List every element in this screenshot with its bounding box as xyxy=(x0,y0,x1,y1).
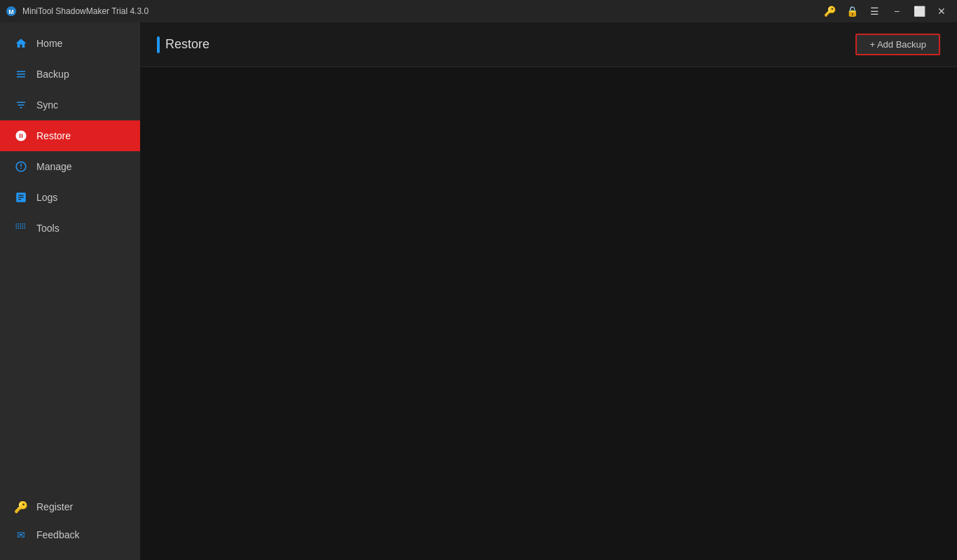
minimize-button[interactable]: − xyxy=(887,3,907,20)
register-label: Register xyxy=(36,501,73,512)
register-icon: 🔑 xyxy=(14,500,28,514)
content-area: Restore + Add Backup xyxy=(140,22,957,560)
sidebar-item-backup[interactable]: Backup xyxy=(0,59,140,90)
app-title: MiniTool ShadowMaker Trial 4.3.0 xyxy=(22,6,149,16)
sidebar-bottom: 🔑 Register ✉ Feedback xyxy=(0,493,140,560)
sidebar-item-sync[interactable]: Sync xyxy=(0,90,140,120)
sidebar-item-restore[interactable]: Restore xyxy=(0,120,140,151)
lock-icon[interactable]: 🔒 xyxy=(842,3,862,20)
main-layout: Home Backup Sync xyxy=(0,22,957,560)
sidebar: Home Backup Sync xyxy=(0,22,140,560)
sidebar-item-restore-label: Restore xyxy=(36,130,71,141)
restore-button[interactable]: ⬜ xyxy=(909,3,929,20)
sidebar-item-sync-label: Sync xyxy=(36,99,58,111)
sidebar-item-manage[interactable]: Manage xyxy=(0,151,140,182)
sidebar-item-tools-label: Tools xyxy=(36,223,60,234)
sidebar-item-manage-label: Manage xyxy=(36,161,72,172)
home-icon xyxy=(14,36,28,50)
restore-nav-icon xyxy=(14,129,28,143)
tools-icon xyxy=(14,221,28,235)
sidebar-item-tools[interactable]: Tools xyxy=(0,213,140,244)
sidebar-item-logs-label: Logs xyxy=(36,192,57,203)
titlebar-controls: 🔑 🔒 ☰ − ⬜ ✕ xyxy=(820,3,951,20)
sync-icon xyxy=(14,98,28,112)
app-logo-icon: M xyxy=(6,6,17,17)
add-backup-button[interactable]: + Add Backup xyxy=(855,34,940,55)
backup-icon xyxy=(14,67,28,81)
feedback-icon: ✉ xyxy=(14,528,28,542)
page-title-container: Restore xyxy=(157,36,209,53)
logs-icon xyxy=(14,190,28,204)
sidebar-nav: Home Backup Sync xyxy=(0,28,140,493)
sidebar-item-logs[interactable]: Logs xyxy=(0,182,140,213)
titlebar-left: M MiniTool ShadowMaker Trial 4.3.0 xyxy=(6,6,149,17)
manage-icon xyxy=(14,160,28,174)
page-title: Restore xyxy=(165,37,209,52)
content-body xyxy=(140,67,957,560)
page-title-accent-bar xyxy=(157,36,160,53)
svg-text:M: M xyxy=(8,8,14,15)
sidebar-item-home-label: Home xyxy=(36,38,62,49)
feedback-label: Feedback xyxy=(36,529,79,540)
sidebar-item-home[interactable]: Home xyxy=(0,28,140,59)
sidebar-item-backup-label: Backup xyxy=(36,69,69,80)
menu-icon[interactable]: ☰ xyxy=(865,3,884,20)
sidebar-item-feedback[interactable]: ✉ Feedback xyxy=(0,521,140,549)
titlebar: M MiniTool ShadowMaker Trial 4.3.0 🔑 🔒 ☰… xyxy=(0,0,957,22)
close-button[interactable]: ✕ xyxy=(932,3,951,20)
key-icon[interactable]: 🔑 xyxy=(820,3,839,20)
content-header: Restore + Add Backup xyxy=(140,22,957,67)
sidebar-item-register[interactable]: 🔑 Register xyxy=(0,493,140,521)
